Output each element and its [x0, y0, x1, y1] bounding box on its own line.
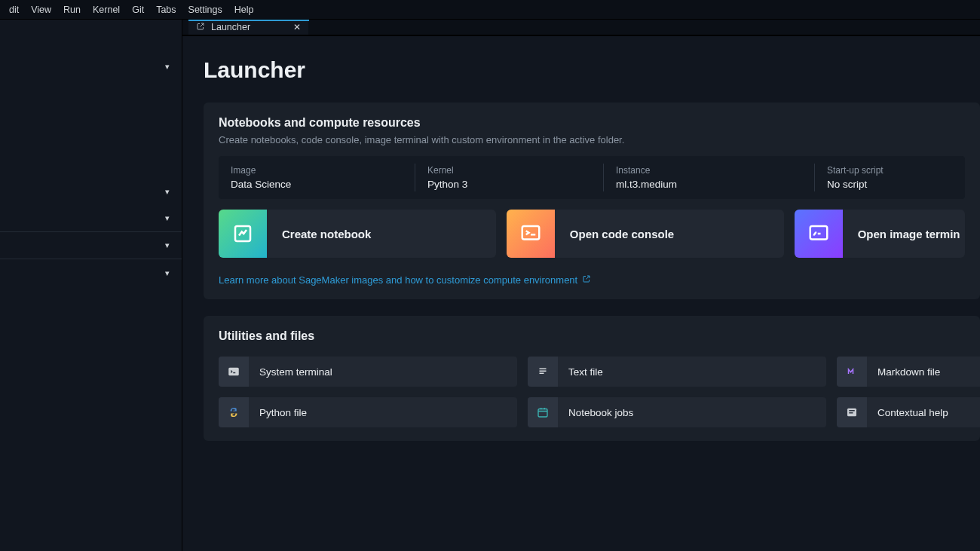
system-terminal-label: System terminal [249, 366, 343, 378]
chevron-down-icon: ▾ [165, 240, 170, 250]
env-image[interactable]: Image Data Science [219, 164, 415, 191]
close-icon[interactable]: ✕ [293, 22, 301, 32]
menubar: dit View Run Kernel Git Tabs Settings He… [0, 0, 980, 20]
learn-more-text: Learn more about SageMaker images and ho… [219, 274, 577, 286]
calendar-icon [528, 397, 558, 427]
open-image-terminal-label: Open image termin [843, 228, 965, 240]
env-kernel-label: Kernel [427, 165, 591, 176]
sidebar-item-1[interactable]: ▾ [0, 53, 182, 80]
env-instance-value: ml.t3.medium [616, 179, 802, 190]
menu-run[interactable]: Run [57, 2, 87, 17]
tab-bar: Launcher ✕ [182, 20, 980, 35]
svg-rect-3 [228, 368, 239, 376]
page-title: Launcher [204, 57, 980, 83]
markdown-icon [837, 357, 867, 387]
svg-rect-1 [522, 226, 540, 240]
env-instance-label: Instance [616, 165, 802, 176]
menu-git[interactable]: Git [126, 2, 150, 17]
chevron-down-icon: ▾ [165, 213, 170, 223]
compute-panel: Notebooks and compute resources Create n… [204, 103, 980, 299]
utilities-panel: Utilities and files System terminal Text… [204, 316, 980, 441]
sidebar-item-5[interactable]: ▾ [0, 259, 182, 286]
create-notebook-label: Create notebook [267, 228, 386, 240]
main-area: Launcher ✕ Launcher Notebooks and comput… [182, 20, 980, 551]
env-script-value: No script [827, 179, 953, 190]
menu-settings[interactable]: Settings [182, 2, 228, 17]
env-image-value: Data Science [231, 179, 403, 190]
environment-row: Image Data Science Kernel Python 3 Insta… [219, 156, 965, 199]
sidebar-item-2[interactable]: ▾ [0, 178, 182, 205]
svg-rect-6 [849, 410, 855, 412]
chevron-down-icon: ▾ [165, 187, 170, 197]
env-script-label: Start-up script [827, 165, 953, 176]
notebook-jobs-button[interactable]: Notebook jobs [528, 397, 826, 427]
terminal-icon [795, 210, 843, 258]
python-file-button[interactable]: Python file [219, 397, 517, 427]
utilities-title: Utilities and files [219, 329, 965, 343]
menu-kernel[interactable]: Kernel [87, 2, 126, 17]
svg-rect-4 [538, 409, 547, 418]
menu-help[interactable]: Help [228, 2, 260, 17]
compute-subtitle: Create notebooks, code console, image te… [219, 134, 965, 145]
env-kernel-value: Python 3 [427, 179, 591, 190]
create-notebook-button[interactable]: Create notebook [219, 210, 496, 258]
python-file-label: Python file [249, 407, 317, 418]
console-icon [507, 210, 555, 258]
external-link-icon [582, 274, 591, 286]
text-file-label: Text file [558, 366, 614, 378]
notebook-jobs-label: Notebook jobs [558, 407, 644, 418]
text-file-icon [528, 357, 558, 387]
contextual-help-button[interactable]: Contextual help [837, 397, 980, 427]
terminal-icon [219, 357, 249, 387]
svg-rect-7 [849, 412, 853, 414]
menu-view[interactable]: View [25, 2, 57, 17]
help-icon [837, 397, 867, 427]
env-instance[interactable]: Instance ml.t3.medium [603, 164, 814, 191]
markdown-file-label: Markdown file [867, 366, 951, 378]
chevron-down-icon: ▾ [165, 268, 170, 278]
markdown-file-button[interactable]: Markdown file [837, 357, 980, 387]
sidebar-item-3[interactable]: ▾ [0, 205, 182, 232]
tab-launcher[interactable]: Launcher ✕ [188, 20, 309, 35]
env-kernel[interactable]: Kernel Python 3 [415, 164, 603, 191]
system-terminal-button[interactable]: System terminal [219, 357, 517, 387]
env-script[interactable]: Start-up script No script [814, 164, 965, 191]
sidebar-item-4[interactable]: ▾ [0, 232, 182, 259]
sidebar: ▾ ▾ ▾ ▾ ▾ [0, 20, 182, 551]
tab-label: Launcher [211, 22, 250, 32]
text-file-button[interactable]: Text file [528, 357, 826, 387]
menu-tabs[interactable]: Tabs [150, 2, 182, 17]
active-tab-indicator [188, 20, 309, 21]
external-link-icon [196, 22, 205, 33]
env-image-label: Image [231, 165, 403, 176]
menu-edit[interactable]: dit [3, 2, 25, 17]
chevron-down-icon: ▾ [165, 62, 170, 72]
compute-title: Notebooks and compute resources [219, 116, 965, 130]
python-icon [219, 397, 249, 427]
learn-more-link[interactable]: Learn more about SageMaker images and ho… [219, 274, 591, 286]
notebook-icon [219, 210, 267, 258]
open-image-terminal-button[interactable]: Open image termin [795, 210, 965, 258]
open-console-button[interactable]: Open code console [507, 210, 784, 258]
contextual-help-label: Contextual help [867, 407, 959, 418]
open-console-label: Open code console [555, 228, 689, 240]
